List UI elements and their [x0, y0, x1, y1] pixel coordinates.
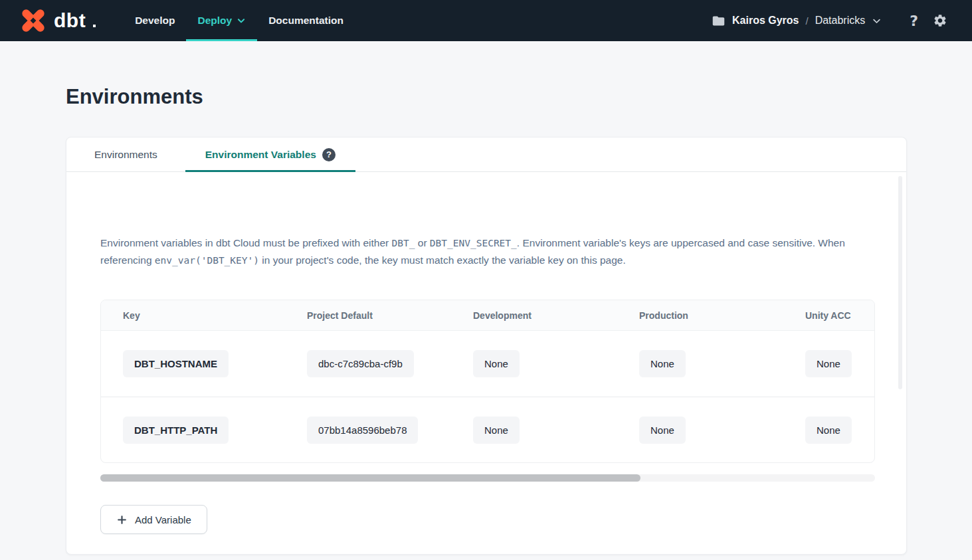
nav-item-deploy[interactable]: Deploy	[186, 0, 257, 41]
nav-item-documentation[interactable]: Documentation	[257, 0, 355, 41]
project-picker[interactable]: Kairos Gyros / Databricks	[712, 14, 882, 28]
nav-item-label: Deploy	[197, 15, 232, 27]
folder-icon	[712, 14, 726, 28]
env-var-key[interactable]: DBT_HOSTNAME	[123, 350, 229, 377]
column-header-production: Production	[639, 310, 805, 321]
add-variable-button[interactable]: Add Variable	[100, 505, 207, 534]
env-var-unity-acc-value[interactable]: None	[805, 350, 852, 377]
env-var-unity-acc-value[interactable]: None	[805, 417, 852, 444]
dbt-logo-icon	[19, 6, 48, 35]
chevron-down-icon	[872, 16, 882, 26]
breadcrumb-separator: /	[805, 15, 808, 27]
topbar-right-group: Kairos Gyros / Databricks ?	[712, 0, 947, 41]
chevron-down-icon	[237, 16, 246, 25]
column-header-unity-acc: Unity ACC	[805, 310, 874, 321]
breadcrumb-account: Kairos Gyros	[732, 15, 799, 27]
dbt-logo-text: dbt	[54, 11, 86, 31]
breadcrumb-project: Databricks	[815, 15, 866, 27]
tab-environments[interactable]: Environments	[66, 138, 185, 171]
vertical-scrollbar[interactable]	[898, 176, 902, 389]
plus-icon	[116, 514, 128, 525]
column-header-development: Development	[473, 310, 639, 321]
code-dbt-prefix: DBT_	[392, 238, 415, 248]
environment-variables-table: Key Project Default Development Producti…	[100, 300, 875, 463]
env-var-key[interactable]: DBT_HTTP_PATH	[123, 417, 229, 444]
gear-icon[interactable]	[933, 13, 947, 28]
table-header-row: Key Project Default Development Producti…	[101, 300, 874, 331]
nav-item-label: Documentation	[268, 15, 343, 27]
tab-label: Environments	[94, 149, 157, 161]
help-icon[interactable]: ?	[910, 13, 918, 29]
dbt-logo-trademark-dot	[93, 25, 96, 27]
column-header-project-default: Project Default	[307, 310, 473, 321]
table-row: DBT_HTTP_PATH 07bb14a8596beb78 None None…	[101, 397, 874, 462]
description-text: in your project's code, the key must mat…	[259, 254, 626, 266]
env-var-production-value[interactable]: None	[639, 417, 686, 444]
code-dbt-env-secret-prefix: DBT_ENV_SECRET_	[430, 238, 517, 248]
description-text: or	[415, 237, 429, 248]
environments-card: Environments Environment Variables ? Env…	[66, 137, 907, 555]
tab-label: Environment Variables	[205, 149, 316, 161]
env-var-description: Environment variables in dbt Cloud must …	[100, 234, 875, 269]
horizontal-scrollbar-thumb[interactable]	[100, 474, 640, 482]
dbt-logo[interactable]: dbt	[19, 0, 96, 41]
add-variable-label: Add Variable	[135, 514, 191, 525]
env-var-development-value[interactable]: None	[473, 350, 520, 377]
tab-content: Environment variables in dbt Cloud must …	[66, 172, 906, 554]
primary-nav: Develop Deploy Documentation	[124, 0, 355, 41]
env-var-project-default[interactable]: dbc-c7c89cba-cf9b	[307, 350, 414, 377]
page-title: Environments	[66, 86, 972, 108]
help-circle-icon[interactable]: ?	[322, 148, 336, 161]
horizontal-scrollbar[interactable]	[100, 474, 875, 482]
env-var-production-value[interactable]: None	[639, 350, 686, 377]
nav-item-label: Develop	[135, 15, 175, 27]
env-var-development-value[interactable]: None	[473, 417, 520, 444]
tab-bar: Environments Environment Variables ?	[66, 138, 906, 172]
column-header-key: Key	[123, 310, 307, 321]
table-row: DBT_HOSTNAME dbc-c7c89cba-cf9b None None…	[101, 331, 874, 397]
top-navigation-bar: dbt Develop Deploy Documentation Kairos …	[0, 0, 972, 41]
description-text: Environment variables in dbt Cloud must …	[100, 237, 392, 248]
env-var-project-default[interactable]: 07bb14a8596beb78	[307, 417, 418, 444]
tab-environment-variables[interactable]: Environment Variables ?	[185, 138, 355, 171]
nav-item-develop[interactable]: Develop	[124, 0, 186, 41]
code-env-var-call: env_var('DBT_KEY')	[155, 255, 259, 266]
